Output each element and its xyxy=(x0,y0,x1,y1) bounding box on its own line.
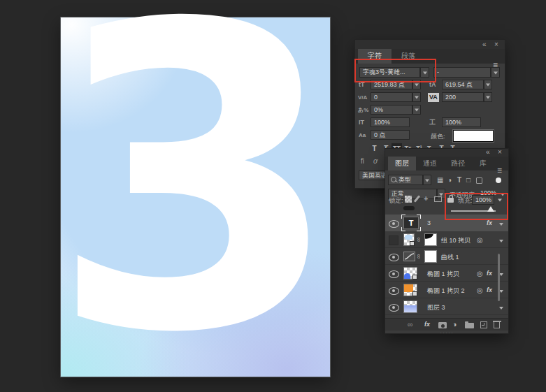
layer-name[interactable]: 图层 3 xyxy=(427,303,445,312)
pixel-thumbnail[interactable] xyxy=(403,300,417,313)
tab-paths[interactable]: 路径 xyxy=(444,157,472,170)
tab-libraries[interactable]: 库 xyxy=(472,157,494,170)
font-size-chevron-icon[interactable] xyxy=(412,80,421,89)
collapse-panel-icon[interactable]: « xyxy=(482,40,487,49)
mask-link-icon[interactable]: ∞ xyxy=(415,238,422,242)
delete-layer-trash-icon[interactable] xyxy=(494,322,500,328)
tracking-input[interactable]: 200 xyxy=(442,92,484,102)
filter-smart-object-icon[interactable] xyxy=(476,177,482,184)
effects-badge-icon[interactable]: ◎ xyxy=(477,270,483,277)
row-chevron-icon[interactable] xyxy=(499,223,503,226)
effects-badge-icon[interactable]: ◎ xyxy=(477,236,483,244)
shape-thumbnail[interactable] xyxy=(403,267,417,280)
proportional-spacing-chevron-icon[interactable] xyxy=(412,105,421,115)
close-panel-icon[interactable]: × xyxy=(494,40,498,49)
fill-slider-knob[interactable] xyxy=(487,206,494,212)
proportional-spacing-input[interactable]: 0% xyxy=(371,105,412,115)
effects-badge-icon[interactable]: ◎ xyxy=(477,286,483,294)
lock-position-icon[interactable]: + xyxy=(424,194,428,203)
layers-scrollbar[interactable] xyxy=(498,254,500,301)
layer-row-text-3[interactable]: T 3 fx xyxy=(385,215,508,231)
ligatures-icon[interactable]: fi xyxy=(361,157,364,166)
row-chevron-icon[interactable] xyxy=(499,240,503,242)
layer-row-curves-1[interactable]: ∞ 曲线 1 xyxy=(385,248,508,265)
link-layers-icon[interactable]: ∞ xyxy=(408,320,413,328)
smart-badge-icon xyxy=(412,275,417,280)
close-layers-icon[interactable]: × xyxy=(498,147,502,157)
filter-toggle-icon[interactable] xyxy=(496,177,501,183)
font-style-chevron-icon[interactable] xyxy=(491,67,500,78)
lock-transparency-icon[interactable] xyxy=(405,196,412,203)
layer-name[interactable]: 3 xyxy=(427,219,431,226)
kerning-chevron-icon[interactable] xyxy=(412,92,421,102)
visibility-eye-off-icon[interactable] xyxy=(389,235,398,245)
thumbnail-letter: T xyxy=(404,219,418,227)
mask-art xyxy=(424,233,434,239)
faux-bold-button[interactable]: T xyxy=(369,143,380,154)
layer-name[interactable]: 曲线 1 xyxy=(441,253,459,262)
color-label: 颜色: xyxy=(431,132,445,141)
visibility-eye-icon[interactable] xyxy=(389,287,399,295)
selection-corner-icon xyxy=(417,215,421,219)
layers-menu-icon[interactable]: ≡ xyxy=(497,166,502,175)
mask-link-icon[interactable]: ∞ xyxy=(415,254,422,259)
layer-row-group-10-copy[interactable]: ∞ 组 10 拷贝 ◎ xyxy=(385,231,508,248)
shape-thumbnail[interactable] xyxy=(403,284,417,296)
layer-name[interactable]: 组 10 拷贝 xyxy=(441,236,470,245)
document-canvas[interactable]: 3 xyxy=(61,17,330,377)
kerning-input[interactable]: 0 xyxy=(371,92,412,102)
tracking-chevron-icon[interactable] xyxy=(484,92,492,102)
text-layer-thumbnail[interactable]: T xyxy=(403,217,419,229)
layer-filter-chevron-icon[interactable] xyxy=(423,175,431,185)
add-layer-style-icon[interactable]: fx xyxy=(424,321,430,328)
layer-row-layer-3[interactable]: 图层 3 xyxy=(385,298,508,315)
add-layer-mask-icon[interactable] xyxy=(438,322,447,328)
horizontal-scale-input[interactable]: 100% xyxy=(442,117,481,127)
row-chevron-icon[interactable] xyxy=(499,307,503,310)
thumbnail-art xyxy=(404,273,410,279)
lock-all-icon[interactable] xyxy=(447,198,454,203)
fx-badge[interactable]: fx xyxy=(487,286,492,293)
collapse-layers-icon[interactable]: « xyxy=(486,147,490,157)
fx-badge[interactable]: fx xyxy=(487,270,492,277)
font-family-chevron-icon[interactable] xyxy=(420,67,429,78)
font-family-select[interactable]: 字魂3号-黄雄... xyxy=(359,67,420,78)
filter-shape-icon[interactable]: □ xyxy=(466,176,470,184)
group-thumbnail[interactable] xyxy=(403,233,415,246)
tab-character[interactable]: 字符 xyxy=(358,49,391,64)
filter-type-icon[interactable]: T xyxy=(457,176,461,184)
layer-name[interactable]: 椭圆 1 拷贝 2 xyxy=(427,286,465,296)
panel-resize-dots[interactable]: ····· xyxy=(440,329,454,336)
tab-layers[interactable]: 图层 xyxy=(388,157,416,170)
fx-badge[interactable]: fx xyxy=(487,219,492,226)
ordinals-icon[interactable]: ơ xyxy=(373,157,378,166)
visibility-eye-icon[interactable] xyxy=(389,270,399,278)
fill-chevron-icon[interactable] xyxy=(496,195,503,205)
fill-input[interactable]: 100% xyxy=(472,195,494,205)
layer-name[interactable]: 椭圆 1 拷贝 xyxy=(427,270,459,279)
leading-chevron-icon[interactable] xyxy=(484,80,492,89)
filter-pixel-icon[interactable]: ▦ xyxy=(437,176,443,184)
visibility-eye-icon[interactable] xyxy=(389,254,399,261)
curves-adjustment-icon[interactable] xyxy=(403,252,415,261)
new-layer-icon[interactable] xyxy=(480,321,487,328)
visibility-eye-icon[interactable] xyxy=(389,304,399,312)
leading-input[interactable]: 619.54 点 xyxy=(442,80,484,89)
text-color-swatch[interactable] xyxy=(453,130,494,142)
filter-adjustment-icon[interactable]: ◑ xyxy=(447,176,452,184)
adjustment-mask-thumbnail[interactable] xyxy=(424,250,437,263)
visibility-eye-icon[interactable] xyxy=(389,220,399,228)
new-group-folder-icon[interactable] xyxy=(465,323,474,328)
font-style-select[interactable]: - xyxy=(433,67,491,78)
tab-paragraph[interactable]: 段落 xyxy=(391,49,425,64)
layer-row-ellipse-1-copy-2[interactable]: 椭圆 1 拷贝 2 ◎ fx xyxy=(385,282,508,298)
photoshop-workspace: 3 « × 字符 段落 ≡ 字魂3号-黄雄... - tT 2519.83 点 … xyxy=(0,0,546,392)
layer-row-ellipse-1-copy[interactable]: 椭圆 1 拷贝 ◎ fx xyxy=(385,265,508,282)
baseline-shift-input[interactable]: 0 点 xyxy=(371,130,410,140)
font-size-input[interactable]: 2519.83 点 xyxy=(371,80,412,89)
vertical-scale-input[interactable]: 100% xyxy=(371,117,410,127)
new-adjustment-layer-icon[interactable]: ◑ xyxy=(452,320,457,328)
tab-channels[interactable]: 通道 xyxy=(416,157,444,170)
layer-mask-thumbnail[interactable] xyxy=(424,233,437,246)
lock-artboard-icon[interactable] xyxy=(434,196,442,202)
